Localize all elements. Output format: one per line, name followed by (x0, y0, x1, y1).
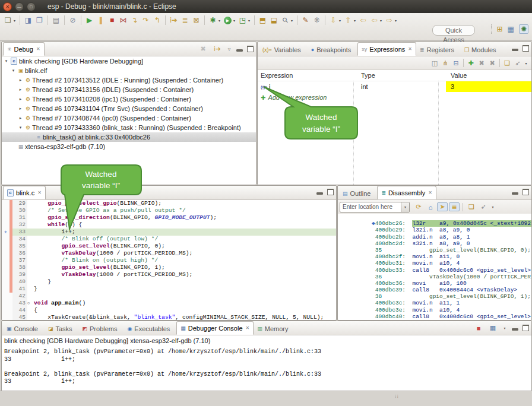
tree-item-thread-3[interactable]: ▸ ⚙ Thread #3 1073413156 (IDLE) (Suspend… (2, 85, 256, 94)
tree-expander-icon[interactable]: ▾ (17, 125, 24, 130)
code-line[interactable]: 32 while(1) { (2, 221, 336, 229)
column-header-value[interactable]: Value (446, 72, 531, 79)
fold-marker-icon[interactable] (27, 264, 33, 271)
new-view-icon[interactable]: ❏ (502, 59, 512, 67)
suspend-icon[interactable]: ∥ (95, 16, 106, 24)
tree-expander-icon[interactable]: ▸ (17, 97, 24, 102)
tree-expander-icon[interactable]: ▾ (10, 68, 17, 73)
breakpoint-margin-icon[interactable] (2, 200, 10, 207)
collapse-all-icon[interactable]: ⊟ (451, 59, 461, 67)
pin-icon[interactable]: ➶ (512, 59, 523, 67)
mark-occurrences-icon[interactable]: ✎ (300, 16, 311, 24)
toolbar-icon[interactable] (20, 15, 20, 25)
annotations-icon[interactable]: ❋ (311, 16, 322, 24)
toolbar-icon[interactable] (204, 15, 205, 25)
code-line[interactable]: 44 { (2, 307, 336, 314)
debug-perspective-icon[interactable]: ✺ (519, 24, 528, 34)
tree-item-thread-2[interactable]: ▸ ⚙ Thread #2 1073413512 (IDLE : Running… (2, 75, 256, 85)
tab-registers[interactable]: ≣ Registers (416, 43, 461, 56)
next-annotation-dropdown[interactable]: ▾ (337, 18, 343, 23)
tab-blink-c[interactable]: c blink.c ✕ (3, 186, 46, 199)
open-task-icon[interactable]: ⬒ (257, 16, 268, 24)
save-icon[interactable]: ◨ (23, 16, 34, 24)
fold-marker-icon[interactable] (27, 207, 33, 214)
remove-all-expressions-icon[interactable]: ✖ (487, 59, 498, 67)
tab-outline[interactable]: ▤ Outline (339, 187, 377, 199)
build-icon[interactable]: ▤ (50, 16, 62, 24)
fold-marker-icon[interactable] (27, 278, 33, 286)
run-dropdown[interactable]: ▾ (232, 18, 237, 23)
tab-debugger-console[interactable]: ▦ Debugger Console ✕ (176, 321, 254, 335)
tree-item-stack-frame[interactable]: ≡ blink_task() at blink.c:33 0x400dbc26 (2, 132, 256, 142)
minimize-view-icon[interactable] (316, 192, 323, 195)
breakpoint-margin-icon[interactable] (2, 221, 10, 229)
location-input[interactable]: Enter location here (340, 204, 401, 210)
breakpoint-margin-icon[interactable] (2, 286, 10, 293)
fold-marker-icon[interactable] (27, 271, 33, 278)
view-menu-icon[interactable]: ▾ (523, 61, 529, 65)
home-icon[interactable]: ⌂ (425, 204, 436, 211)
remove-expression-icon[interactable]: ✖ (476, 59, 487, 67)
disassembly-line[interactable]: ◆400dbc26: l32r a9, 0x400d045c <_stext+1… (338, 214, 531, 220)
breakpoint-margin-icon[interactable] (2, 300, 10, 307)
code-line[interactable]: 38 gpio_set_level(BLINK_GPIO, 1); (2, 264, 336, 271)
code-line[interactable]: 39 vTaskDelay(1000 / portTICK_PERIOD_MS)… (2, 271, 336, 278)
open-resource-icon[interactable]: ⬓ (268, 16, 280, 24)
tree-item-thread-5[interactable]: ▸ ⚙ Thread #5 1073410208 (ipc1) (Suspend… (2, 94, 256, 104)
tree-item-blink-elf[interactable]: ▾ ▣ blink.elf (2, 66, 256, 75)
back-dropdown[interactable]: ▾ (378, 18, 384, 23)
breakpoint-margin-icon[interactable] (2, 214, 10, 221)
fold-marker-icon[interactable] (27, 286, 33, 293)
view-menu-icon[interactable]: ▾ (490, 205, 496, 209)
maximize-view-icon[interactable] (522, 45, 529, 52)
code-line[interactable]: 40 } (2, 278, 336, 286)
breakpoint-margin-icon[interactable] (2, 293, 10, 300)
skip-all-breakpoints-icon[interactable]: ⊘ (67, 16, 78, 24)
tab-executables[interactable]: ◉ Executables (124, 322, 177, 335)
tree-expander-icon[interactable]: ▸ (17, 106, 24, 111)
open-perspective-icon[interactable]: ⊞ (497, 25, 503, 33)
tab-disassembly[interactable]: ≣ Disassembly ✕ (377, 186, 436, 199)
toolbar-icon[interactable] (325, 15, 325, 25)
resume-icon[interactable]: ▶ (84, 16, 95, 24)
column-divider[interactable] (438, 81, 439, 185)
fold-marker-icon[interactable] (27, 250, 33, 257)
sash-handle[interactable]: ⁝⁝ (395, 394, 399, 399)
toolbar-icon[interactable] (165, 15, 166, 25)
maximize-view-icon[interactable] (327, 189, 334, 195)
tree-item-thread-6[interactable]: ▸ ⚙ Thread #6 1073431104 (Tmr Svc) (Susp… (2, 104, 256, 113)
fold-marker-icon[interactable] (27, 236, 33, 243)
run-icon[interactable]: ▶ (224, 17, 232, 24)
breakpoint-margin-icon[interactable] (2, 307, 10, 314)
remove-all-terminated-icon[interactable]: ✖ (198, 45, 208, 53)
code-line[interactable]: 37 /* Blink on (output high) */ (2, 257, 336, 264)
memory-monitor-icon[interactable]: ⊠ (191, 16, 202, 24)
show-source-icon[interactable]: ≣ (449, 202, 460, 211)
breakpoint-margin-icon[interactable] (2, 236, 10, 243)
code-line[interactable]: 41 } (2, 286, 336, 293)
quick-access-button[interactable]: Quick Access (432, 25, 475, 36)
previous-annotation-dropdown[interactable]: ▾ (352, 18, 357, 23)
tab-close-icon[interactable]: ✕ (37, 190, 42, 195)
tab-expressions[interactable]: xy Expressions ✕ (357, 42, 416, 56)
breakpoint-margin-icon[interactable]: ✳ (2, 229, 10, 236)
debug-dropdown[interactable]: ▾ (217, 18, 222, 23)
minimize-view-icon[interactable] (512, 192, 518, 195)
toolbar-icon[interactable] (64, 15, 65, 25)
code-line[interactable]: ✳ 33 i++; (2, 229, 336, 236)
external-tools-dropdown[interactable]: ▾ (246, 18, 252, 23)
minimize-view-icon[interactable] (512, 49, 518, 51)
code-line[interactable]: 42 (2, 293, 336, 300)
tree-expander-icon[interactable]: ▸ (17, 116, 24, 120)
fold-marker-icon[interactable] (27, 293, 33, 300)
breakpoint-margin-icon[interactable] (2, 207, 10, 214)
last-edit-location-icon[interactable]: ⇦ (357, 16, 369, 24)
show-view-icon[interactable]: ≣ (179, 16, 191, 24)
tree-expander-icon[interactable]: ▾ (3, 59, 10, 64)
tab-tasks[interactable]: ◪ Tasks (45, 322, 79, 335)
fold-marker-icon[interactable] (27, 221, 33, 229)
toolbar-icon[interactable] (254, 15, 255, 25)
tree-item-thread-7[interactable]: ▸ ⚙ Thread #7 1073408744 (ipc0) (Suspend… (2, 113, 256, 123)
tab-variables[interactable]: (x)= Variables (259, 43, 308, 56)
fold-marker-icon[interactable] (27, 257, 33, 264)
